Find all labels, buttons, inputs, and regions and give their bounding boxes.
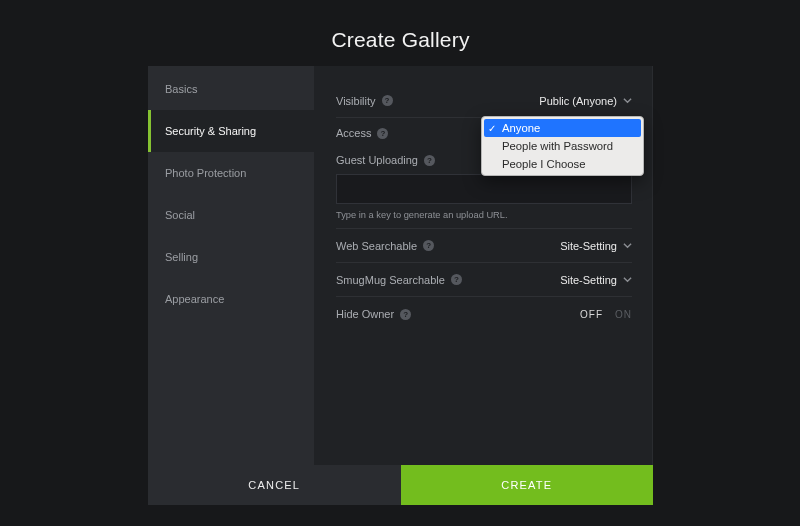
sidebar-item-label: Photo Protection [165, 167, 246, 179]
hide-owner-toggle[interactable]: OFF ON [580, 309, 632, 320]
chevron-down-icon [623, 241, 632, 250]
hide-owner-label: Hide Owner ? [336, 308, 580, 320]
label-text: Access [336, 127, 371, 139]
visibility-select[interactable]: Public (Anyone) [539, 95, 632, 107]
modal-footer: CANCEL CREATE [148, 465, 653, 505]
settings-sidebar: Basics Security & Sharing Photo Protecti… [148, 66, 314, 465]
button-label: CREATE [501, 479, 552, 491]
chevron-down-icon [623, 275, 632, 284]
sidebar-item-label: Social [165, 209, 195, 221]
dropdown-option-choose[interactable]: People I Choose [484, 155, 641, 173]
label-text: Web Searchable [336, 240, 417, 252]
sidebar-item-label: Security & Sharing [165, 125, 256, 137]
sidebar-item-basics[interactable]: Basics [148, 68, 314, 110]
value-text: Site-Setting [560, 240, 617, 252]
dropdown-option-password[interactable]: People with Password [484, 137, 641, 155]
sidebar-item-security-sharing[interactable]: Security & Sharing [148, 110, 314, 152]
sidebar-item-label: Basics [165, 83, 197, 95]
help-icon[interactable]: ? [424, 155, 435, 166]
label-text: SmugMug Searchable [336, 274, 445, 286]
access-dropdown-menu: Anyone People with Password People I Cho… [481, 116, 644, 176]
dropdown-option-anyone[interactable]: Anyone [484, 119, 641, 137]
help-icon[interactable]: ? [423, 240, 434, 251]
sidebar-item-appearance[interactable]: Appearance [148, 278, 314, 320]
sidebar-item-selling[interactable]: Selling [148, 236, 314, 278]
guest-uploading-input[interactable] [336, 174, 632, 204]
option-text: Anyone [502, 122, 540, 134]
option-text: People I Choose [502, 158, 586, 170]
modal-body: Basics Security & Sharing Photo Protecti… [148, 66, 653, 465]
cancel-button[interactable]: CANCEL [148, 465, 401, 505]
chevron-down-icon [623, 96, 632, 105]
help-icon[interactable]: ? [377, 128, 388, 139]
label-text: Guest Uploading [336, 154, 418, 166]
visibility-row: Visibility ? Public (Anyone) [336, 84, 632, 118]
sidebar-item-social[interactable]: Social [148, 194, 314, 236]
web-searchable-row: Web Searchable ? Site-Setting [336, 229, 632, 263]
create-gallery-modal: Create Gallery Basics Security & Sharing… [148, 20, 653, 505]
help-icon[interactable]: ? [451, 274, 462, 285]
smugmug-searchable-label: SmugMug Searchable ? [336, 274, 560, 286]
hide-owner-row: Hide Owner ? OFF ON [336, 297, 632, 331]
settings-content: Visibility ? Public (Anyone) Access ? [314, 66, 652, 465]
sidebar-item-label: Selling [165, 251, 198, 263]
value-text: Site-Setting [560, 274, 617, 286]
toggle-off: OFF [580, 309, 603, 320]
button-label: CANCEL [248, 479, 300, 491]
help-icon[interactable]: ? [400, 309, 411, 320]
visibility-label: Visibility ? [336, 95, 539, 107]
label-text: Visibility [336, 95, 376, 107]
web-searchable-label: Web Searchable ? [336, 240, 560, 252]
modal-title: Create Gallery [148, 20, 653, 66]
smugmug-searchable-row: SmugMug Searchable ? Site-Setting [336, 263, 632, 297]
guest-uploading-hint: Type in a key to generate an upload URL. [336, 210, 632, 220]
help-icon[interactable]: ? [382, 95, 393, 106]
toggle-on: ON [615, 309, 632, 320]
create-button[interactable]: CREATE [401, 465, 654, 505]
web-searchable-select[interactable]: Site-Setting [560, 240, 632, 252]
label-text: Hide Owner [336, 308, 394, 320]
sidebar-item-photo-protection[interactable]: Photo Protection [148, 152, 314, 194]
sidebar-item-label: Appearance [165, 293, 224, 305]
smugmug-searchable-select[interactable]: Site-Setting [560, 274, 632, 286]
option-text: People with Password [502, 140, 613, 152]
value-text: Public (Anyone) [539, 95, 617, 107]
